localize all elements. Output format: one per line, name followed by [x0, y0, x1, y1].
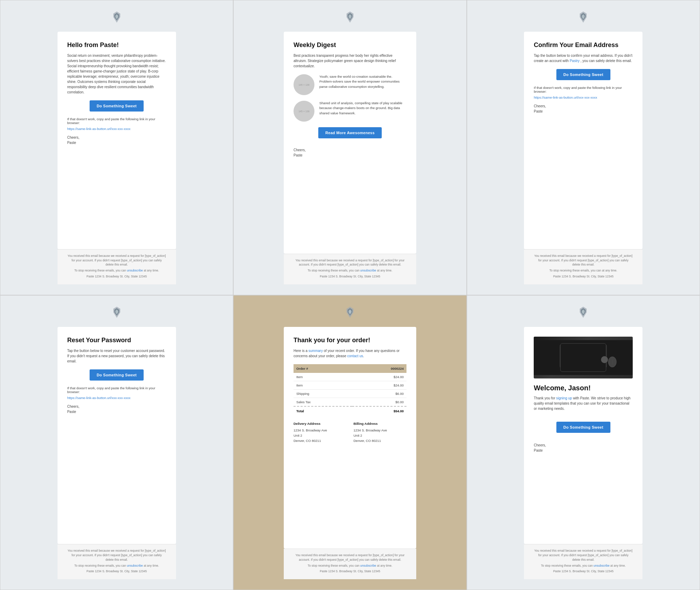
cheers-reset: Cheers,: [67, 405, 166, 408]
footer-hello: You received this email because we recei…: [58, 249, 176, 284]
email-title-confirm: Confirm Your Email Address: [534, 41, 633, 49]
order-item-label: Item: [294, 373, 352, 381]
footer-main-order: You received this email because we recei…: [294, 553, 406, 562]
email-body-reset: Tap the button below to reset your custo…: [67, 348, 166, 364]
fallback-text-hello: If that doesn't work, copy and paste the…: [67, 117, 166, 125]
order-item-label: Shipping: [294, 389, 352, 398]
logo-order: [344, 306, 356, 320]
cta-button-confirm[interactable]: Do Something Sweet: [556, 69, 610, 80]
signature-hello: Paste: [67, 141, 166, 145]
email-intro-order: Here is a summary of your recent order. …: [294, 348, 406, 359]
footer-address-digest: Paste 1234 S. Broadway St. City, State 1…: [294, 274, 406, 279]
order-item-price: $24.00: [352, 381, 406, 389]
paste-logo-icon-order: [344, 306, 356, 319]
digest-img-2: 145 × 138: [294, 101, 314, 122]
digest-img-1: 145 × 138: [294, 74, 314, 95]
order-row: Item$24.00: [294, 381, 406, 389]
delivery-address: Delivery Address 1234 S. Broadway Ave Un…: [294, 421, 347, 444]
unsubscribe-link-reset[interactable]: unsubscribe: [127, 564, 143, 567]
fallback-link-reset[interactable]: https://same-link-as-button.url/xxx-xxx-…: [67, 396, 166, 400]
contact-link-order[interactable]: contact us: [347, 354, 363, 358]
footer-main-reset: You received this email because we recei…: [67, 549, 166, 562]
order-item-price: $6.00: [352, 389, 406, 398]
order-table: Order # 0000224 Item$24.00Item$24.00Ship…: [294, 364, 406, 415]
footer-address-reset: Paste 1234 S. Broadway St. City, State 1…: [67, 569, 166, 574]
signature-confirm: Paste: [534, 109, 633, 113]
cheers-confirm: Cheers,: [534, 104, 633, 108]
footer-address-order: Paste 1234 S. Broadway St. City, State 1…: [294, 569, 406, 574]
email-card-reset: Reset Your Password Tap the button below…: [58, 327, 176, 544]
fallback-link-confirm[interactable]: https://same-link-as-button.url/xxx-xxx-…: [534, 95, 633, 99]
order-item-label: Item: [294, 381, 352, 389]
panel-welcome-jason: Welcome, Jason! Thank you for signing up…: [467, 295, 700, 590]
svg-rect-19: [560, 344, 607, 368]
total-price: $54.00: [352, 406, 406, 415]
logo-confirm: [577, 11, 589, 25]
footer-unsub-digest: To stop receiving these emails, you can …: [294, 268, 406, 273]
logo-hello: [111, 11, 123, 25]
order-item-price: $24.00: [352, 373, 406, 381]
unsubscribe-link-welcome[interactable]: unsubscribe: [594, 564, 610, 567]
footer-order: You received this email because we recei…: [284, 549, 416, 579]
email-card-welcome: Welcome, Jason! Thank you for signing up…: [524, 327, 642, 544]
unsubscribe-link-hello[interactable]: unsubscribe: [127, 269, 143, 272]
fallback-link-hello[interactable]: https://same-link-as-button.url/xxx-xxx-…: [67, 127, 166, 131]
paste-logo-icon: [111, 11, 123, 23]
unsubscribe-link-digest[interactable]: unsubscribe: [360, 269, 376, 272]
email-body-welcome: Thank you for signing up with Paste. We …: [534, 396, 633, 411]
footer-unsub-reset: To stop receiving these emails, you can …: [67, 564, 166, 568]
order-col-item: Order #: [294, 364, 352, 373]
order-row: Sales Tax$0.00: [294, 398, 406, 406]
panel-reset-password: Reset Your Password Tap the button below…: [0, 295, 233, 590]
signature-welcome: Paste: [534, 449, 633, 452]
cta-button-welcome[interactable]: Do Something Sweet: [556, 422, 610, 433]
footer-address-hello: Paste 1234 S. Broadway St. City, State 1…: [67, 274, 166, 279]
signing-up-link-welcome[interactable]: signing up: [556, 396, 572, 400]
email-title-welcome: Welcome, Jason!: [534, 384, 633, 392]
svg-rect-20: [562, 346, 605, 366]
pastry-link-confirm[interactable]: Pastry: [570, 59, 579, 63]
order-row: Shipping$6.00: [294, 389, 406, 398]
cheers-digest: Cheers,: [294, 148, 406, 152]
billing-address: Billing Address 1234 S. Broadway Ave Uni…: [353, 421, 406, 444]
svg-rect-18: [534, 340, 633, 375]
paste-logo-icon-reset: [111, 306, 123, 319]
digest-item-2: 145 × 138 Shared unit of analysis, compe…: [294, 101, 406, 122]
footer-welcome: You received this email because we recei…: [524, 544, 642, 579]
paste-logo-icon-digest: [344, 11, 356, 23]
cta-button-digest[interactable]: Read More Awesomeness: [318, 127, 381, 138]
footer-unsub-order: To stop receiving these emails, you can …: [294, 564, 406, 568]
footer-main-hello: You received this email because we recei…: [67, 254, 166, 267]
footer-digest: You received this email because we recei…: [284, 254, 416, 284]
footer-reset: You received this email because we recei…: [58, 544, 176, 579]
order-col-number: 0000224: [352, 364, 406, 373]
cta-button-hello[interactable]: Do Something Sweet: [90, 100, 144, 112]
panel-weekly-digest: Weekly Digest Best practices transparent…: [233, 0, 466, 295]
cheers-hello: Cheers,: [67, 136, 166, 139]
footer-main-welcome: You received this email because we recei…: [534, 549, 633, 562]
email-card-hello: Hello from Paste! Social return on inves…: [58, 32, 176, 249]
fallback-text-reset: If that doesn't work, copy and paste the…: [67, 386, 166, 394]
summary-link-order[interactable]: summary: [309, 349, 323, 353]
logo-reset: [111, 306, 123, 320]
total-label: Total: [294, 406, 352, 415]
laptop-illustration: [534, 337, 633, 378]
footer-unsub-hello: To stop receiving these emails, you can …: [67, 268, 166, 273]
signature-reset: Paste: [67, 410, 166, 414]
cta-button-reset[interactable]: Do Something Sweet: [90, 369, 144, 381]
fallback-text-confirm: If that doesn't work, copy and paste the…: [534, 86, 633, 93]
footer-address-welcome: Paste 1234 S. Broadway St. City, State 1…: [534, 569, 633, 574]
email-body-hello: Social return on investment; venture phi…: [67, 53, 166, 95]
digest-item-1: 145 × 138 Youth; save the world co-creat…: [294, 74, 406, 95]
email-title-order: Thank you for your order!: [294, 337, 406, 344]
logo-welcome: [577, 306, 589, 320]
footer-main-confirm: You received this email because we recei…: [534, 254, 633, 267]
footer-unsub-confirm: To stop receiving these emails, you can …: [534, 268, 633, 273]
unsubscribe-link-order[interactable]: unsubscribe: [360, 564, 376, 567]
panel-hello-paste: Hello from Paste! Social return on inves…: [0, 0, 233, 295]
email-card-order: Thank you for your order! Here is a summ…: [284, 327, 416, 549]
svg-rect-21: [562, 368, 605, 369]
email-intro-digest: Best practices transparent progress her …: [294, 53, 406, 69]
email-title-reset: Reset Your Password: [67, 337, 166, 344]
panel-confirm-email: Confirm Your Email Address Tap the butto…: [467, 0, 700, 295]
